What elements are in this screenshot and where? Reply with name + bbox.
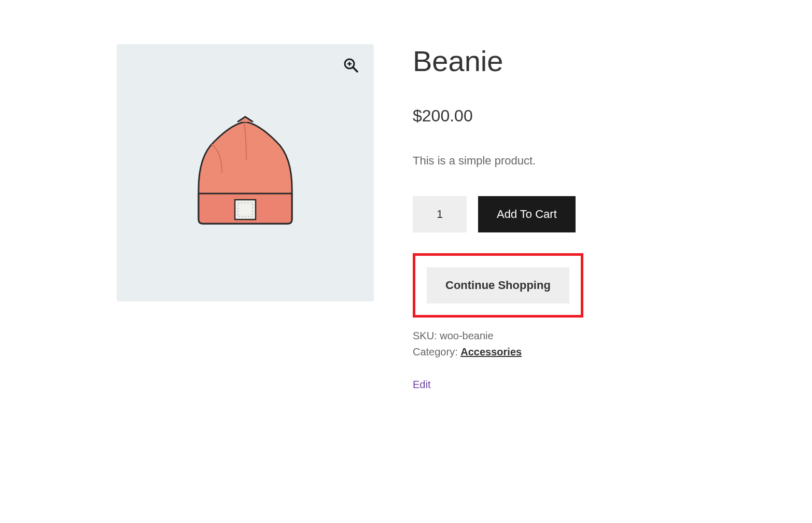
- svg-line-1: [353, 67, 357, 72]
- zoom-icon[interactable]: [343, 57, 359, 74]
- category-link[interactable]: Accessories: [460, 346, 522, 357]
- product-image-panel: [117, 44, 374, 301]
- sku-label: SKU:: [413, 330, 440, 341]
- cart-row: Add To Cart: [413, 196, 812, 232]
- product-price: $200.00: [413, 106, 812, 126]
- highlight-box: Continue Shopping: [413, 253, 583, 318]
- quantity-input[interactable]: [413, 196, 467, 232]
- product-details: Beanie $200.00 This is a simple product.…: [413, 44, 812, 391]
- product-image[interactable]: [173, 100, 318, 245]
- product-title: Beanie: [413, 44, 812, 78]
- product-page: Beanie $200.00 This is a simple product.…: [0, 0, 812, 391]
- edit-link[interactable]: Edit: [413, 379, 430, 391]
- category-label: Category:: [413, 346, 460, 357]
- product-description: This is a simple product.: [413, 154, 812, 168]
- sku-value: woo-beanie: [440, 330, 493, 341]
- product-meta: SKU: woo-beanie Category: Accessories Ed…: [413, 330, 812, 391]
- continue-shopping-button[interactable]: Continue Shopping: [427, 267, 569, 304]
- sku-line: SKU: woo-beanie: [413, 330, 812, 342]
- add-to-cart-button[interactable]: Add To Cart: [478, 196, 576, 232]
- category-line: Category: Accessories: [413, 346, 812, 358]
